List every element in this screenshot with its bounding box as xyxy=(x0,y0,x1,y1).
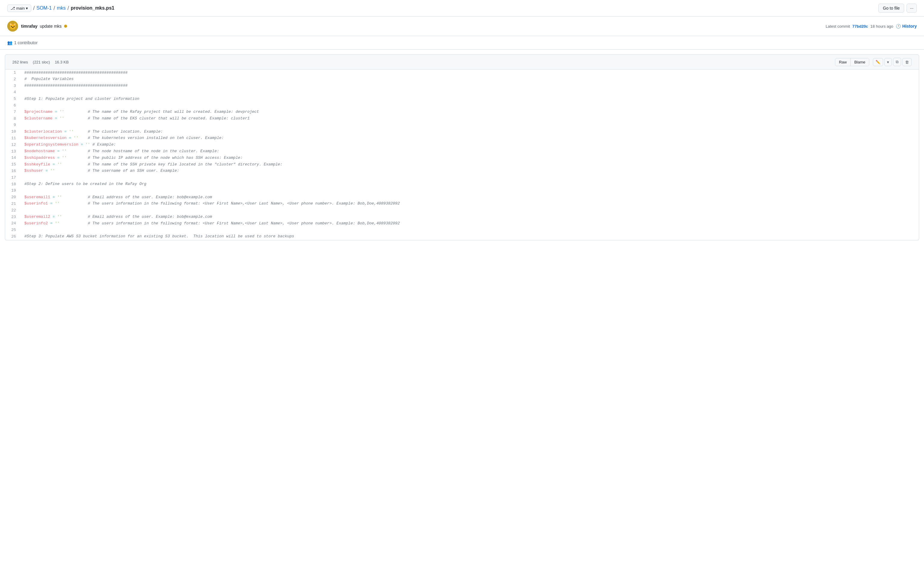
table-row: 15$sshkeyfile = '' # The name of the SSH… xyxy=(5,161,919,168)
goto-file-button[interactable]: Go to file xyxy=(878,4,904,13)
line-number[interactable]: 20 xyxy=(5,194,21,201)
line-content: $userinfo1 = '' # The users information … xyxy=(21,201,919,207)
breadcrumb-right: Go to file ··· xyxy=(878,4,917,13)
table-row: 4 xyxy=(5,89,919,96)
table-row: 9 xyxy=(5,122,919,129)
line-number[interactable]: 9 xyxy=(5,122,21,129)
table-row: 6 xyxy=(5,102,919,109)
line-content: #Step 2: Define users to be created in t… xyxy=(21,181,919,188)
line-content: #Step 1: Populate project and cluster in… xyxy=(21,96,919,102)
line-number[interactable]: 17 xyxy=(5,174,21,181)
line-content xyxy=(21,89,919,96)
line-number[interactable]: 26 xyxy=(5,233,21,240)
breadcrumb-filename: provision_mks.ps1 xyxy=(70,5,114,11)
line-content: #Step 3: Populate AWS S3 bucket informat… xyxy=(21,233,919,240)
table-row: 8$clustername = '' # The name of the EKS… xyxy=(5,116,919,122)
table-row: 3#######################################… xyxy=(5,83,919,89)
line-number[interactable]: 12 xyxy=(5,142,21,148)
contributors-icon: 👥 xyxy=(7,40,12,45)
line-number[interactable]: 19 xyxy=(5,188,21,194)
line-content: $useremail1 = '' # Email address of the … xyxy=(21,194,919,201)
commit-right: Latest commit 77bd20c 18 hours ago 🕐 His… xyxy=(826,24,917,28)
commit-info: timrafay update mks xyxy=(21,24,67,28)
line-number[interactable]: 11 xyxy=(5,135,21,142)
line-content: # Populate Variables xyxy=(21,76,919,83)
edit-button[interactable]: ✏️ xyxy=(873,58,883,66)
table-row: 22 xyxy=(5,207,919,214)
file-meta: 262 lines (221 sloc) 16.3 KB xyxy=(12,60,69,64)
line-content: $sshipaddress = '' # The public IP addre… xyxy=(21,154,919,161)
line-number[interactable]: 3 xyxy=(5,83,21,89)
history-icon: 🕐 xyxy=(896,24,901,28)
contributors-label: 1 contributor xyxy=(14,40,38,45)
table-row: 11$kubernetesversion = '' # The kubernet… xyxy=(5,135,919,142)
chevron-down-icon: ▾ xyxy=(26,6,28,10)
line-content: ########################################… xyxy=(21,69,919,76)
file-lines: 262 lines xyxy=(12,60,28,64)
breadcrumb-sep3: / xyxy=(68,5,69,11)
line-number[interactable]: 7 xyxy=(5,109,21,116)
line-number[interactable]: 13 xyxy=(5,148,21,155)
table-row: 13$nodehostname = '' # The node hostname… xyxy=(5,148,919,155)
line-number[interactable]: 1 xyxy=(5,69,21,76)
breadcrumb-repo1[interactable]: SOM-1 xyxy=(36,5,52,11)
line-content: $clusterlocation = '' # The cluster loca… xyxy=(21,129,919,135)
blame-button[interactable]: Blame xyxy=(850,58,869,66)
line-number[interactable]: 4 xyxy=(5,89,21,96)
breadcrumb-repo2[interactable]: mks xyxy=(57,5,66,11)
more-file-options-button[interactable]: ▾ xyxy=(884,58,892,66)
branch-selector[interactable]: ⎇ main ▾ xyxy=(7,4,31,12)
line-content xyxy=(21,174,919,181)
line-number[interactable]: 5 xyxy=(5,96,21,102)
more-options-button[interactable]: ··· xyxy=(906,4,917,13)
line-number[interactable]: 21 xyxy=(5,201,21,207)
code-container: 1#######################################… xyxy=(5,69,919,240)
table-row: 23$useremail2 = '' # Email address of th… xyxy=(5,214,919,220)
line-content: $useremail2 = '' # Email address of the … xyxy=(21,214,919,220)
table-row: 18#Step 2: Define users to be created in… xyxy=(5,181,919,188)
line-content: $userinfo2 = '' # The users information … xyxy=(21,220,919,227)
table-row: 25 xyxy=(5,227,919,233)
line-number[interactable]: 2 xyxy=(5,76,21,83)
line-number[interactable]: 18 xyxy=(5,181,21,188)
commit-bar: 🐱 timrafay update mks Latest commit 77bd… xyxy=(0,16,924,36)
line-content xyxy=(21,102,919,109)
raw-button[interactable]: Raw xyxy=(835,58,850,66)
table-row: 14$sshipaddress = '' # The public IP add… xyxy=(5,154,919,161)
raw-blame-group: Raw Blame xyxy=(835,58,869,66)
line-content: ########################################… xyxy=(21,83,919,89)
table-row: 1#######################################… xyxy=(5,69,919,76)
line-number[interactable]: 10 xyxy=(5,129,21,135)
line-number[interactable]: 24 xyxy=(5,220,21,227)
commit-message: update mks xyxy=(40,24,62,28)
copy-raw-button[interactable]: ⧉ xyxy=(893,58,901,66)
line-content: $sshuser = '' # The username of an SSH u… xyxy=(21,168,919,174)
line-number[interactable]: 6 xyxy=(5,102,21,109)
line-number[interactable]: 23 xyxy=(5,214,21,220)
line-number[interactable]: 16 xyxy=(5,168,21,174)
line-number[interactable]: 25 xyxy=(5,227,21,233)
table-row: 2# Populate Variables xyxy=(5,76,919,83)
table-row: 21$userinfo1 = '' # The users informatio… xyxy=(5,201,919,207)
commit-time: 18 hours ago xyxy=(870,24,893,28)
breadcrumb-bar: ⎇ main ▾ / SOM-1 / mks / provision_mks.p… xyxy=(0,0,924,16)
line-content: $sshkeyfile = '' # The name of the SSH p… xyxy=(21,161,919,168)
table-row: 5#Step 1: Populate project and cluster i… xyxy=(5,96,919,102)
latest-commit-label: Latest commit xyxy=(826,24,850,28)
line-number[interactable]: 14 xyxy=(5,154,21,161)
commit-author[interactable]: timrafay xyxy=(21,24,37,28)
table-row: 20$useremail1 = '' # Email address of th… xyxy=(5,194,919,201)
delete-button[interactable]: 🗑 xyxy=(902,58,912,66)
line-number[interactable]: 22 xyxy=(5,207,21,214)
file-info-bar: 262 lines (221 sloc) 16.3 KB Raw Blame ✏… xyxy=(5,54,919,69)
table-row: 24$userinfo2 = '' # The users informatio… xyxy=(5,220,919,227)
line-number[interactable]: 8 xyxy=(5,116,21,122)
line-number[interactable]: 15 xyxy=(5,161,21,168)
line-content xyxy=(21,188,919,194)
branch-icon: ⎇ xyxy=(10,6,15,10)
history-label: History xyxy=(902,24,917,28)
file-sloc: (221 sloc) xyxy=(33,60,50,64)
commit-hash[interactable]: 77bd20c xyxy=(852,24,868,28)
table-row: 26#Step 3: Populate AWS S3 bucket inform… xyxy=(5,233,919,240)
history-button[interactable]: 🕐 History xyxy=(896,24,917,28)
